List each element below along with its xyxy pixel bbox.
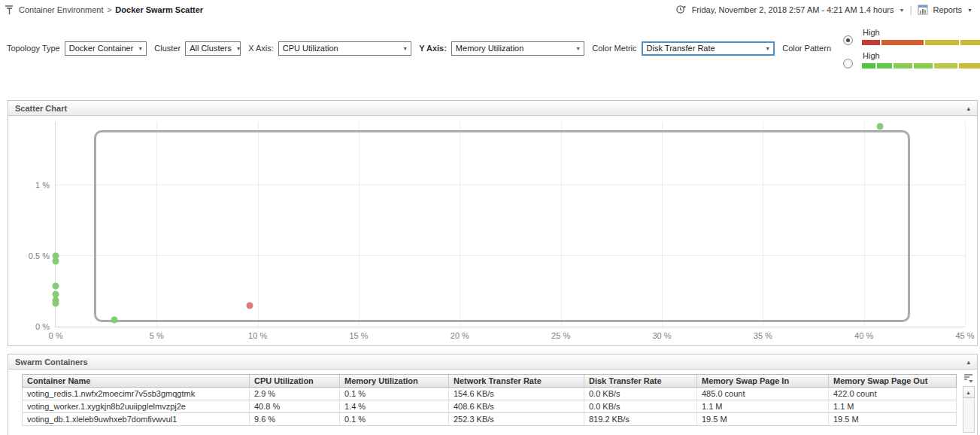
x-tick-label: 0 % <box>49 331 63 340</box>
scatter-chart-panel-header: Scatter Chart ▴ <box>8 101 977 116</box>
scatter-point[interactable] <box>53 300 59 307</box>
table-cell: voting_redis.1.nwfx2moecimr7v5sb3gmqgtmk <box>23 388 250 400</box>
table-cell: voting_worker.1.xygkjn8b2uuiipglelmvzpj2… <box>23 400 250 412</box>
table-cell: 19.5 M <box>829 413 957 425</box>
scatter-point[interactable] <box>53 257 59 264</box>
y-tick-label: 0.5 % <box>29 251 50 260</box>
time-range-icon <box>676 5 687 15</box>
topology-level-up-icon[interactable] <box>5 5 15 15</box>
gradient-segment <box>862 63 875 68</box>
color-gradient-bar <box>862 40 980 45</box>
collapse-panel-icon[interactable]: ▴ <box>966 105 970 112</box>
cluster-select[interactable]: All Clusters ▼ <box>185 41 241 56</box>
table-right-rail: ▴ <box>962 373 975 433</box>
table-cell: voting_db.1.xleleb9uwhxeb7domfivwvul1 <box>23 413 250 425</box>
color-metric-label: Color Metric <box>592 44 636 53</box>
scatter-chart-title: Scatter Chart <box>15 104 67 113</box>
table-cell: 422.0 count <box>829 388 957 400</box>
gradient-segment <box>925 40 959 45</box>
swarm-containers-panel: Swarm Containers ▴ Container NameCPU Uti… <box>8 354 978 435</box>
page-title: Docker Swarm Scatter <box>115 5 203 14</box>
column-header[interactable]: Memory Swap Page In <box>697 375 829 387</box>
scatter-plot[interactable]: 0 %5 %10 %15 %20 %25 %30 %35 %40 %45 %0 … <box>55 122 965 327</box>
scatter-point[interactable] <box>877 123 884 129</box>
column-customizer-icon[interactable] <box>963 373 974 384</box>
breadcrumb-parent-link[interactable]: Container Environment <box>19 5 104 14</box>
table-cell: 2.9 % <box>250 388 340 400</box>
color-pattern-radio-green-to-yellow[interactable] <box>843 59 853 68</box>
swarm-containers-panel-header: Swarm Containers ▴ <box>8 354 977 370</box>
column-header[interactable]: Network Transfer Rate <box>449 375 584 387</box>
x-axis-select[interactable]: CPU Utilization ▼ <box>278 41 411 56</box>
table-scrollbar[interactable] <box>963 398 975 433</box>
color-pattern-radio-red-to-yellow[interactable] <box>843 35 853 45</box>
table-cell: 1.1 M <box>829 400 957 412</box>
y-axis-label: Y Axis: <box>419 44 447 53</box>
table-row[interactable]: voting_db.1.xleleb9uwhxeb7domfivwvul19.6… <box>22 413 957 426</box>
color-metric-select[interactable]: Disk Transfer Rate ▼ <box>642 41 775 56</box>
gradient-segment <box>914 63 933 68</box>
x-tick-label: 5 % <box>150 331 164 340</box>
caret-down-icon: ▼ <box>138 46 143 51</box>
docker-swarm-scatter-page: Container Environment > Docker Swarm Sca… <box>0 0 980 435</box>
x-gridline <box>965 122 966 327</box>
color-gradient-bar <box>862 63 980 68</box>
column-header[interactable]: CPU Utilization <box>250 375 340 387</box>
cluster-value: All Clusters <box>190 44 232 53</box>
x-tick-label: 25 % <box>551 331 570 340</box>
reports-menu-label[interactable]: Reports <box>933 5 963 14</box>
x-axis-value: CPU Utilization <box>283 44 338 53</box>
x-axis-label: X Axis: <box>248 44 274 53</box>
gradient-segment <box>862 40 880 45</box>
table-cell: 819.2 KB/s <box>584 413 697 425</box>
x-tick-label: 35 % <box>754 331 772 340</box>
color-pattern-label: Color Pattern <box>782 44 831 53</box>
table-cell: 485.0 count <box>697 388 829 400</box>
table-cell: 40.8 % <box>250 400 340 412</box>
y-axis-value: Memory Utilization <box>456 44 523 53</box>
column-header[interactable]: Disk Transfer Rate <box>584 375 697 387</box>
y-tick-label: 1 % <box>35 181 50 190</box>
time-range-text[interactable]: Friday, November 2, 2018 2:57 AM - 4:21 … <box>692 5 894 14</box>
topology-type-label: Topology Type <box>7 44 60 53</box>
table-cell: 1.1 M <box>697 400 829 412</box>
table-cell: 252.3 KB/s <box>449 413 584 425</box>
scatter-point[interactable] <box>111 316 117 323</box>
collapse-panel-icon[interactable]: ▴ <box>966 358 970 366</box>
table-row[interactable]: voting_redis.1.nwfx2moecimr7v5sb3gmqgtmk… <box>22 388 957 400</box>
top-right-controls: Friday, November 2, 2018 2:57 AM - 4:21 … <box>676 5 972 15</box>
table-cell: 0.1 % <box>340 388 449 400</box>
color-pattern-swatch: High <box>862 28 980 45</box>
scatter-point[interactable] <box>53 282 59 289</box>
column-header[interactable]: Container Name <box>23 375 250 387</box>
time-range-caret-icon[interactable]: ▼ <box>899 8 904 13</box>
top-bar: Container Environment > Docker Swarm Sca… <box>0 0 980 18</box>
color-pattern-option-green-to-yellow: High <box>843 51 980 68</box>
column-header[interactable]: Memory Utilization <box>340 375 449 387</box>
x-tick-label: 45 % <box>955 331 974 340</box>
reports-caret-icon[interactable]: ▼ <box>967 8 972 13</box>
column-header[interactable]: Memory Swap Page Out <box>829 375 957 387</box>
topology-type-value: Docker Container <box>69 44 134 53</box>
table-row[interactable]: voting_worker.1.xygkjn8b2uuiipglelmvzpj2… <box>22 400 957 413</box>
caret-down-icon: ▼ <box>402 46 408 51</box>
color-pattern-options: HighHigh <box>843 28 980 68</box>
filter-toolbar: Topology Type Docker Container ▼ Cluster… <box>0 18 980 78</box>
color-pattern-option-red-to-yellow: High <box>843 28 980 45</box>
color-pattern-high-label: High <box>863 28 980 37</box>
x-tick-label: 10 % <box>248 331 267 340</box>
table-cell: 1.4 % <box>340 400 449 412</box>
gradient-segment <box>894 63 912 68</box>
swarm-containers-title: Swarm Containers <box>15 357 88 367</box>
selection-rectangle <box>94 130 910 322</box>
gradient-segment <box>959 63 980 68</box>
y-axis-select[interactable]: Memory Utilization ▼ <box>451 41 584 56</box>
scatter-point[interactable] <box>246 302 253 309</box>
x-tick-label: 15 % <box>349 331 368 340</box>
x-tick-label: 20 % <box>451 331 469 340</box>
topology-type-select[interactable]: Docker Container ▼ <box>65 41 147 56</box>
x-tick-label: 40 % <box>854 331 873 340</box>
table-cell: 154.6 KB/s <box>449 388 584 400</box>
table-cell: 0.0 KB/s <box>584 388 697 400</box>
scroll-up-button[interactable]: ▴ <box>963 386 975 398</box>
